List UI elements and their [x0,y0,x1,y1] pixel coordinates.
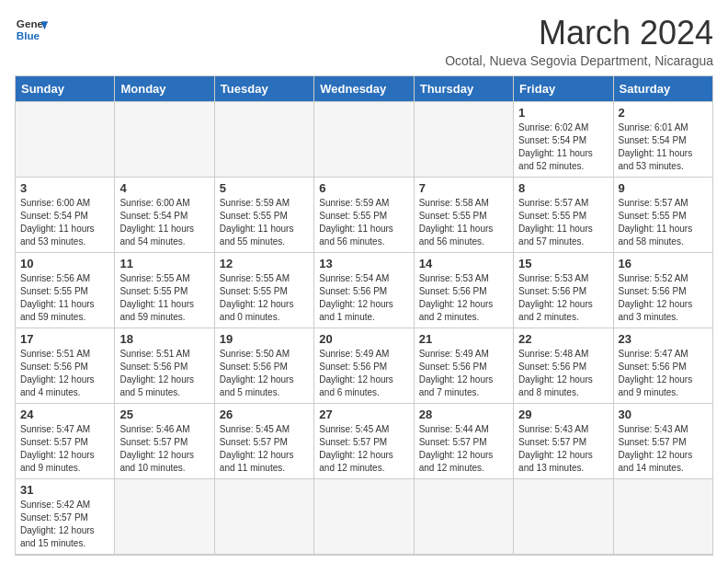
calendar-cell [16,101,115,177]
calendar-cell: 30Sunrise: 5:43 AMSunset: 5:57 PMDayligh… [613,403,712,478]
day-number: 25 [119,408,209,421]
calendar-cell [115,101,214,177]
calendar-cell [314,101,414,177]
day-info: Sunrise: 5:48 AMSunset: 5:56 PMDaylight:… [518,348,608,399]
calendar-cell [115,478,214,555]
logo-area: General Blue [15,15,48,48]
calendar-cell: 25Sunrise: 5:46 AMSunset: 5:57 PMDayligh… [115,403,214,478]
calendar-cell: 23Sunrise: 5:47 AMSunset: 5:56 PMDayligh… [613,327,712,403]
day-number: 12 [220,257,309,270]
calendar-cell: 15Sunrise: 5:53 AMSunset: 5:56 PMDayligh… [514,252,613,327]
calendar-cell: 10Sunrise: 5:56 AMSunset: 5:55 PMDayligh… [16,252,115,327]
day-info: Sunrise: 6:02 AMSunset: 5:54 PMDaylight:… [518,121,608,173]
day-number: 9 [619,181,708,195]
day-number: 14 [419,257,508,270]
calendar-cell [414,101,513,177]
calendar-cell: 11Sunrise: 5:55 AMSunset: 5:55 PMDayligh… [115,252,214,327]
day-info: Sunrise: 5:43 AMSunset: 5:57 PMDaylight:… [619,423,708,475]
calendar-cell: 1Sunrise: 6:02 AMSunset: 5:54 PMDaylight… [514,101,613,177]
calendar-cell: 28Sunrise: 5:44 AMSunset: 5:57 PMDayligh… [414,403,513,478]
calendar-cell [514,478,613,555]
day-info: Sunrise: 5:46 AMSunset: 5:57 PMDaylight:… [119,423,209,475]
day-number: 26 [220,408,309,421]
day-number: 13 [319,257,408,270]
day-number: 10 [20,257,109,270]
day-info: Sunrise: 5:49 AMSunset: 5:56 PMDaylight:… [319,348,408,399]
day-info: Sunrise: 5:53 AMSunset: 5:56 PMDaylight:… [419,272,508,324]
week-row-4: 17Sunrise: 5:51 AMSunset: 5:56 PMDayligh… [16,327,713,403]
calendar-cell [414,478,513,555]
day-info: Sunrise: 5:52 AMSunset: 5:56 PMDaylight:… [619,272,708,324]
day-number: 23 [619,332,708,346]
week-row-3: 10Sunrise: 5:56 AMSunset: 5:55 PMDayligh… [16,252,713,327]
calendar-cell: 16Sunrise: 5:52 AMSunset: 5:56 PMDayligh… [613,252,712,327]
day-number: 1 [518,106,608,120]
day-number: 11 [119,257,209,270]
day-number: 2 [619,106,708,120]
day-number: 3 [20,181,109,195]
day-number: 27 [319,408,408,421]
day-info: Sunrise: 5:53 AMSunset: 5:56 PMDaylight:… [518,272,608,324]
day-number: 21 [419,332,508,346]
day-info: Sunrise: 5:59 AMSunset: 5:55 PMDaylight:… [319,197,408,248]
day-info: Sunrise: 5:56 AMSunset: 5:55 PMDaylight:… [20,272,109,324]
day-info: Sunrise: 5:43 AMSunset: 5:57 PMDaylight:… [518,423,608,475]
header: General Blue March 2024 Ocotal, Nueva Se… [15,15,713,68]
day-info: Sunrise: 5:50 AMSunset: 5:56 PMDaylight:… [220,348,309,399]
day-number: 4 [119,181,209,195]
day-number: 31 [20,483,109,497]
day-info: Sunrise: 5:51 AMSunset: 5:56 PMDaylight:… [20,348,109,399]
calendar-cell: 5Sunrise: 5:59 AMSunset: 5:55 PMDaylight… [214,177,313,252]
header-row: SundayMondayTuesdayWednesdayThursdayFrid… [16,75,713,101]
day-info: Sunrise: 6:00 AMSunset: 5:54 PMDaylight:… [119,197,209,248]
calendar-cell: 26Sunrise: 5:45 AMSunset: 5:57 PMDayligh… [214,403,313,478]
day-number: 17 [20,332,109,346]
calendar-cell: 9Sunrise: 5:57 AMSunset: 5:55 PMDaylight… [613,177,712,252]
calendar-cell: 27Sunrise: 5:45 AMSunset: 5:57 PMDayligh… [314,403,414,478]
day-number: 15 [518,257,608,270]
day-info: Sunrise: 5:47 AMSunset: 5:57 PMDaylight:… [20,423,109,475]
calendar-cell: 18Sunrise: 5:51 AMSunset: 5:56 PMDayligh… [115,327,214,403]
calendar-cell: 24Sunrise: 5:47 AMSunset: 5:57 PMDayligh… [16,403,115,478]
week-row-6: 31Sunrise: 5:42 AMSunset: 5:57 PMDayligh… [16,478,713,555]
day-info: Sunrise: 6:00 AMSunset: 5:54 PMDaylight:… [20,197,109,248]
week-row-1: 1Sunrise: 6:02 AMSunset: 5:54 PMDaylight… [16,101,713,177]
day-number: 18 [119,332,209,346]
day-number: 24 [20,408,109,421]
col-header-monday: Monday [115,75,214,101]
col-header-sunday: Sunday [16,75,115,101]
col-header-wednesday: Wednesday [314,75,414,101]
month-title: March 2024 [445,15,713,52]
day-info: Sunrise: 5:57 AMSunset: 5:55 PMDaylight:… [518,197,608,248]
day-info: Sunrise: 5:47 AMSunset: 5:56 PMDaylight:… [619,348,708,399]
day-number: 30 [619,408,708,421]
day-number: 29 [518,408,608,421]
day-number: 19 [220,332,309,346]
calendar-cell: 17Sunrise: 5:51 AMSunset: 5:56 PMDayligh… [16,327,115,403]
calendar-table: SundayMondayTuesdayWednesdayThursdayFrid… [15,75,713,556]
col-header-friday: Friday [514,75,613,101]
day-info: Sunrise: 6:01 AMSunset: 5:54 PMDaylight:… [619,121,708,173]
day-info: Sunrise: 5:54 AMSunset: 5:56 PMDaylight:… [319,272,408,324]
calendar-cell: 22Sunrise: 5:48 AMSunset: 5:56 PMDayligh… [514,327,613,403]
day-number: 8 [518,181,608,195]
day-info: Sunrise: 5:49 AMSunset: 5:56 PMDaylight:… [419,348,508,399]
day-info: Sunrise: 5:42 AMSunset: 5:57 PMDaylight:… [20,499,109,550]
day-number: 5 [220,181,309,195]
calendar-cell: 13Sunrise: 5:54 AMSunset: 5:56 PMDayligh… [314,252,414,327]
location-subtitle: Ocotal, Nueva Segovia Department, Nicara… [445,53,713,68]
col-header-thursday: Thursday [414,75,513,101]
week-row-5: 24Sunrise: 5:47 AMSunset: 5:57 PMDayligh… [16,403,713,478]
title-area: March 2024 Ocotal, Nueva Segovia Departm… [445,15,713,68]
day-number: 22 [518,332,608,346]
week-row-2: 3Sunrise: 6:00 AMSunset: 5:54 PMDaylight… [16,177,713,252]
calendar-cell: 2Sunrise: 6:01 AMSunset: 5:54 PMDaylight… [613,101,712,177]
calendar-cell: 12Sunrise: 5:55 AMSunset: 5:55 PMDayligh… [214,252,313,327]
calendar-cell [214,478,313,555]
day-info: Sunrise: 5:57 AMSunset: 5:55 PMDaylight:… [619,197,708,248]
calendar-cell: 31Sunrise: 5:42 AMSunset: 5:57 PMDayligh… [16,478,115,555]
calendar-cell: 3Sunrise: 6:00 AMSunset: 5:54 PMDaylight… [16,177,115,252]
calendar-cell: 8Sunrise: 5:57 AMSunset: 5:55 PMDaylight… [514,177,613,252]
calendar-cell: 29Sunrise: 5:43 AMSunset: 5:57 PMDayligh… [514,403,613,478]
calendar-cell: 21Sunrise: 5:49 AMSunset: 5:56 PMDayligh… [414,327,513,403]
